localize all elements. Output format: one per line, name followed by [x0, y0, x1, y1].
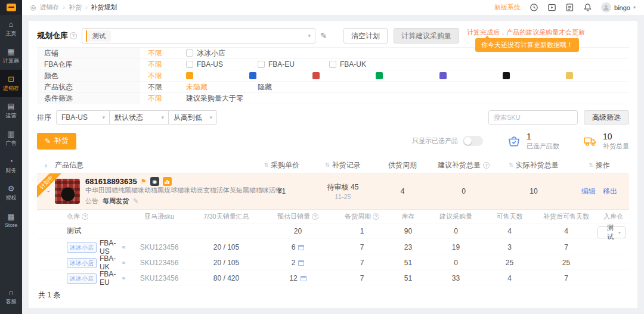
product-row: 计划中 › 681618893635 ⚑ 中华田园猫纯黑猫咪幼猫黑煤球猫咪幼崽玄…	[37, 173, 629, 210]
sidebar-item-calculator[interactable]: ▦ 计算器	[0, 42, 22, 70]
planner-warehouse-select[interactable]: 测试	[82, 28, 315, 43]
filter-any-fba[interactable]: 不限	[140, 60, 186, 70]
info-icon[interactable]	[82, 213, 88, 220]
checkbox-icon[interactable]	[329, 61, 336, 68]
content-area: 规划仓库 测试 ✎ 清空计划 计算建议采购量 计算完成后，产品的建议采购量才会更…	[22, 15, 644, 314]
cell-days: 4	[484, 274, 535, 282]
help-icon[interactable]	[70, 32, 77, 39]
edit-notice-icon[interactable]: ✎	[133, 197, 138, 205]
sidebar-item-finance[interactable]: ◔ 财务	[0, 152, 22, 179]
inbound-warehouse-select[interactable]: 测试	[597, 226, 626, 238]
calendar-edit-icon[interactable]	[301, 276, 306, 281]
calendar-edit-icon[interactable]	[298, 260, 304, 266]
checkbox-icon[interactable]	[186, 61, 193, 68]
filter-any-condition[interactable]: 不限	[140, 94, 186, 104]
app-logo[interactable]	[0, 0, 22, 15]
sidebar-item-support[interactable]: ∩ 客服	[0, 283, 22, 310]
sort-select-status[interactable]: 默认状态	[109, 110, 169, 125]
checkbox-icon[interactable]	[258, 61, 265, 68]
filter-any-status[interactable]: 不限	[140, 82, 186, 92]
notification-bell-icon[interactable]	[583, 3, 592, 12]
sort-select-order[interactable]: 从高到低	[168, 110, 217, 125]
filter-option-visible[interactable]: 未隐藏	[186, 82, 258, 92]
color-swatch-green[interactable]	[376, 72, 383, 79]
sort-label: 排序	[37, 113, 51, 123]
document-icon[interactable]	[565, 3, 574, 12]
warehouse-name: FBA-US	[100, 239, 118, 256]
history-clock-icon[interactable]	[530, 3, 538, 12]
calendar-edit-icon[interactable]	[298, 245, 304, 250]
filter-option-suggest-gt-zero[interactable]: 建议采购量大于零	[186, 94, 243, 104]
sidebar-item-ads[interactable]: ▥ 广告	[0, 125, 22, 152]
color-swatch-orange[interactable]	[186, 72, 193, 79]
filter-option-hidden[interactable]: 隐藏	[258, 82, 329, 92]
sub-col-suggest: 建议采购量	[428, 212, 484, 221]
expand-all-icon[interactable]: ›	[37, 161, 55, 169]
sidebar-item-label: 进销存	[3, 85, 19, 92]
sub-col-inbound: 入库仓	[597, 212, 629, 221]
logo-icon	[7, 4, 16, 11]
cell-suggest: 19	[428, 243, 484, 251]
sort-select-warehouse[interactable]: FBA-US	[56, 110, 110, 125]
link-icon[interactable]: ⚭	[121, 275, 126, 282]
chart-badge-icon[interactable]	[163, 177, 172, 186]
info-icon[interactable]	[312, 213, 318, 220]
filter-option-shop[interactable]: 冰冰小店	[186, 48, 258, 58]
user-menu[interactable]: bingo ▾	[601, 2, 636, 13]
breadcrumb-section[interactable]: 补货	[69, 3, 82, 12]
search-sku-input[interactable]	[488, 110, 578, 125]
filter-option-fba-eu[interactable]: FBA-EU	[258, 60, 329, 69]
breadcrumb-root[interactable]: 进销存	[40, 3, 60, 12]
checkbox-icon[interactable]	[186, 49, 193, 57]
camera-badge-icon[interactable]	[150, 177, 159, 186]
color-swatch-blue[interactable]	[249, 72, 256, 79]
sidebar-item-home[interactable]: ⌂ 主页	[0, 15, 22, 42]
replenish-total-stat: 10 补货总量	[583, 132, 629, 150]
sort-icon[interactable]	[509, 162, 513, 168]
sidebar-item-authorization[interactable]: ⚙ 授权	[0, 179, 22, 207]
sort-icon[interactable]	[325, 162, 330, 168]
color-swatch-red[interactable]	[312, 72, 320, 79]
cell-record[interactable]: 待审核 45 11-25	[310, 182, 376, 201]
replenish-button[interactable]: ✎ 补货	[37, 133, 76, 150]
sort-icon[interactable]	[589, 162, 593, 168]
edit-link[interactable]: 编辑	[581, 186, 596, 197]
video-tutorial-icon[interactable]	[547, 3, 556, 12]
record-status: 待审核 45	[327, 183, 359, 191]
remove-link[interactable]: 移出	[603, 186, 617, 197]
cell-daily: 6	[261, 243, 335, 251]
link-icon[interactable]: ⚭	[121, 259, 126, 267]
product-info: 681618893635 ⚑ 中华田园猫纯黑猫咪幼猫黑煤球猫咪幼崽玄猫活体英短黑…	[55, 173, 253, 209]
filter-option-label: FBA-UK	[340, 60, 366, 69]
cell-daily: 20	[261, 227, 335, 235]
info-icon[interactable]	[373, 213, 379, 220]
sidebar-item-store[interactable]: ▩ Store	[0, 207, 22, 234]
new-version-link[interactable]: 新版系统	[494, 3, 521, 12]
cell-sales: 20 / 105	[192, 259, 261, 267]
link-icon[interactable]: ⚭	[121, 244, 126, 251]
advanced-filter-button[interactable]: 高级筛选	[584, 110, 629, 125]
show-selected-toggle[interactable]	[463, 136, 483, 146]
collapse-row-icon[interactable]: ›	[45, 185, 52, 197]
col-actual[interactable]: 实际补货总量	[498, 160, 569, 170]
operations-icon: ▤	[7, 102, 14, 110]
filter-option-fba-us[interactable]: FBA-US	[186, 60, 258, 69]
col-record[interactable]: 补货记录	[310, 160, 376, 170]
info-icon[interactable]	[483, 162, 490, 169]
calc-suggest-button[interactable]: 计算建议采购量	[394, 28, 459, 43]
color-swatch-black[interactable]	[503, 72, 510, 79]
clear-plan-button[interactable]: 清空计划	[343, 28, 388, 43]
color-swatch-gold[interactable]	[566, 72, 573, 79]
filter-any-color[interactable]: 不限	[140, 71, 186, 81]
sort-icon[interactable]	[264, 162, 269, 168]
filter-any-shop[interactable]: 不限	[140, 48, 186, 58]
edit-plan-icon[interactable]: ✎	[320, 31, 327, 41]
col-price[interactable]: 采购单价	[253, 160, 310, 170]
notice-label: 公告	[85, 197, 98, 206]
filter-option-fba-uk[interactable]: FBA-UK	[329, 60, 401, 69]
col-ops[interactable]: 操作	[569, 160, 629, 170]
sub-col-warehouse: 仓库	[37, 212, 126, 221]
sidebar-item-inventory[interactable]: ⊡ 进销存	[0, 70, 22, 97]
color-swatch-purple[interactable]	[439, 72, 447, 79]
sidebar-item-operations[interactable]: ▤ 运营	[0, 97, 22, 125]
